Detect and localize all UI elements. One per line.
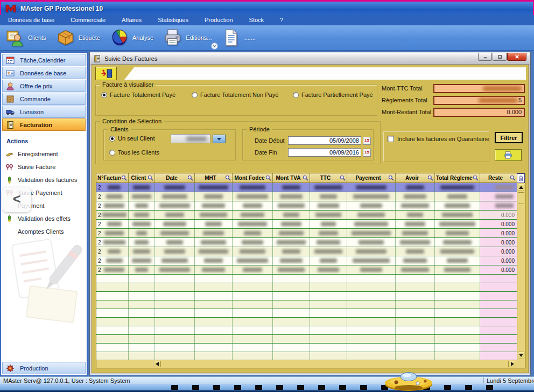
menu-item-donn-es-de-base[interactable]: Données de base [0, 15, 62, 25]
delete-row-button[interactable] [517, 173, 525, 183]
toolbar-button-etiqu-te[interactable]: Etiquète [54, 27, 108, 48]
radio-facture-partiellement-pay[interactable]: Facture Partiellement Payé [293, 92, 373, 98]
scroll-right-button[interactable] [508, 361, 516, 367]
table-row[interactable]: 20.000 [96, 211, 517, 220]
cell [310, 201, 347, 210]
column-header-reste[interactable]: Reste [480, 173, 517, 183]
toolbar-button-item[interactable]: ....... [219, 27, 263, 48]
filter-button[interactable]: Filtrer [495, 132, 523, 143]
action-item-validation-des-effets[interactable]: Validation des effets [1, 212, 87, 225]
vertical-scrollbar[interactable] [517, 183, 525, 360]
action-item-enregistrement[interactable]: Enregistrement [1, 148, 87, 160]
menu-item-item[interactable]: ? [272, 15, 291, 25]
table-row[interactable]: 20.000 [96, 265, 517, 275]
column-header-payement[interactable]: Payement [347, 173, 396, 183]
taskbar-item-redacted[interactable] [255, 385, 262, 390]
quarantine-checkbox-row[interactable]: Inclure les factures en Quarantaine [383, 131, 489, 142]
cell-empty [233, 275, 273, 283]
column-header-date[interactable]: Date [155, 173, 195, 183]
menu-item-affaires[interactable]: Affaires [114, 15, 150, 25]
sidebar-item-commande[interactable]: Commande [2, 93, 86, 105]
total-field[interactable]: 0.000 [433, 108, 525, 117]
cell-empty [129, 283, 155, 291]
sidebar-item-t-che-calendrier[interactable]: Tâche,Calendrier [2, 54, 86, 66]
column-header-mont-fodec[interactable]: Mont Fodec [233, 173, 273, 183]
vertical-scroll-thumb[interactable] [518, 192, 524, 204]
cell [195, 201, 233, 210]
action-item-validation-des-factures[interactable]: Validation des factures [1, 173, 87, 186]
radio-tous-les-clients[interactable]: Tous les Clients [109, 149, 159, 156]
quarantine-checkbox[interactable] [388, 136, 394, 142]
toolbar-button-clients[interactable]: Clients [3, 27, 54, 48]
taskbar-item-redacted[interactable] [171, 385, 178, 390]
taskbar-item-redacted[interactable] [297, 385, 304, 390]
cell-empty [347, 292, 396, 300]
column-header-client[interactable]: Client [129, 173, 155, 183]
date-input-date-fin[interactable]: 09/09/2016 [288, 148, 361, 157]
print-button[interactable] [495, 149, 522, 161]
taskbar-item-redacted[interactable] [465, 385, 472, 390]
radio-un-seul-client[interactable]: Un seul Client [109, 135, 154, 142]
column-header-n-facture[interactable]: N°Facture [96, 173, 129, 183]
menu-item-stock[interactable]: Stock [241, 15, 272, 25]
table-row[interactable]: 20.000 [96, 256, 517, 265]
app-titlebar[interactable]: MAster GP Professionel 10 [0, 2, 534, 15]
table-row[interactable]: 20.000 [96, 229, 517, 238]
column-header-total-r-glement[interactable]: Total Règlement [435, 173, 480, 183]
sidebar-item-production[interactable]: Production [2, 362, 86, 374]
invoice-window-titlebar[interactable]: Suivie Des Factures [90, 53, 530, 65]
column-header-mht[interactable]: MHT [195, 173, 233, 183]
sidebar-item-livraison[interactable]: Livraison [2, 106, 86, 118]
taskbar-item-redacted[interactable] [213, 385, 220, 390]
taskbar-item-redacted[interactable] [444, 385, 451, 390]
taskbar-item-redacted[interactable] [318, 385, 325, 390]
column-header-ttc[interactable]: TTC [310, 173, 347, 183]
close-button[interactable] [507, 53, 526, 61]
date-input-date-d-but[interactable]: 05/09/2008 [288, 136, 361, 145]
exit-button[interactable] [95, 67, 117, 80]
taskbar-item-redacted[interactable] [234, 385, 241, 390]
chevron-down-icon[interactable] [211, 43, 218, 50]
action-item-suivie-facture[interactable]: Suivie Facture [1, 160, 87, 173]
cell-empty [96, 300, 129, 309]
client-input[interactable] [171, 134, 210, 143]
total-field[interactable]: 5 [433, 96, 525, 105]
sidebar-item-donn-es-de-base[interactable]: Données de base [2, 67, 86, 79]
minimize-button[interactable] [478, 53, 492, 61]
toolbar-button-analyse[interactable]: Analyse [108, 27, 161, 48]
calendar-button[interactable]: 15 [363, 149, 371, 157]
redacted-cell [442, 213, 473, 217]
toolbar-button-editions[interactable]: Editions... [161, 27, 219, 48]
radio-facture-totalement-pay[interactable]: Facture Totalement Payé [101, 92, 192, 98]
scroll-down-button[interactable] [518, 352, 524, 359]
table-row[interactable]: 2 [96, 201, 517, 211]
menu-item-commerciale[interactable]: Commerciale [62, 15, 114, 25]
scroll-up-button[interactable] [518, 184, 524, 191]
total-field[interactable] [433, 84, 525, 93]
taskbar-item-redacted[interactable] [360, 385, 367, 390]
table-row[interactable]: 20.000 [96, 238, 517, 247]
table-row[interactable]: 2 [96, 192, 517, 201]
taskbar-item-redacted[interactable] [486, 385, 493, 390]
sidebar-item-facturation[interactable]: Facturation [2, 118, 86, 131]
table-row[interactable]: 2 [96, 183, 517, 192]
table-row[interactable]: 20.000 [96, 247, 517, 256]
magnifier-icon [121, 175, 127, 181]
calendar-button[interactable]: 15 [363, 137, 371, 145]
table-row[interactable]: 20.000 [96, 220, 517, 229]
column-header-mont-tva[interactable]: Mont TVA [273, 173, 310, 183]
taskbar-item-redacted[interactable] [339, 385, 346, 390]
sidebar-item-offre-de-prix[interactable]: Offre de prix [2, 80, 86, 92]
taskbar-item-redacted[interactable] [192, 385, 199, 390]
radio-facture-totalement-non-pay[interactable]: Facture Totalement Non Payé [192, 92, 293, 98]
menu-item-production[interactable]: Production [196, 15, 241, 25]
taskbar-item-redacted[interactable] [276, 385, 283, 390]
column-header-avoir[interactable]: Avoir [396, 173, 435, 183]
cell [396, 183, 435, 192]
scroll-left-button[interactable] [153, 361, 161, 367]
back-overlay-button[interactable]: < [2, 187, 31, 212]
menu-item-statistiques[interactable]: Statistiques [150, 15, 196, 25]
maximize-button[interactable] [493, 53, 507, 61]
client-dropdown-button[interactable] [213, 135, 226, 143]
horizontal-scrollbar[interactable] [96, 360, 517, 368]
